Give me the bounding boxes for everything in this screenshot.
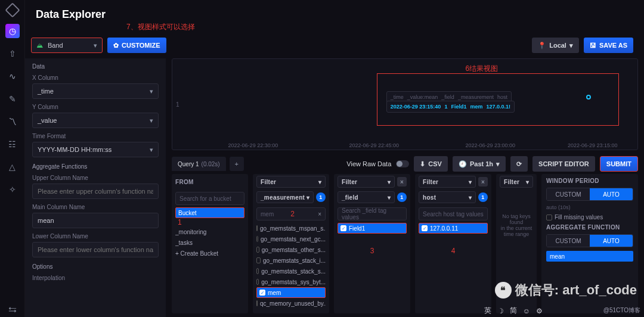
options-panel: Data X Column _time▾ Y Column _value▾ Ti… bbox=[25, 58, 166, 317]
customize-button[interactable]: ✿ CUSTOMIZE bbox=[107, 38, 166, 53]
aggfn-custom[interactable]: CUSTOM bbox=[547, 235, 590, 247]
bucket-row[interactable]: _tasks bbox=[175, 237, 244, 248]
smile-icon[interactable]: ☺ bbox=[523, 307, 530, 315]
filter-select[interactable]: Filter▾ bbox=[419, 176, 476, 188]
list-item-selected[interactable]: ✓127.0.0.11 bbox=[419, 223, 488, 234]
tt-v-host: 127.0.0.1! bbox=[486, 104, 510, 110]
list-item[interactable]: qc_memory_unused_by... bbox=[256, 298, 326, 309]
bucket-label: _monitoring bbox=[175, 229, 206, 235]
filter-select[interactable]: Filter▾ bbox=[256, 176, 326, 188]
nav-settings-icon[interactable]: ✧ bbox=[5, 182, 20, 197]
nav-alerts-icon[interactable]: △ bbox=[5, 160, 20, 174]
graph-type-select[interactable]: ⛰ Band ▾ bbox=[31, 38, 103, 53]
tf-value: YYYY-MM-DD HH:mm:ss bbox=[38, 146, 112, 153]
moon-icon[interactable]: ☽ bbox=[497, 307, 504, 315]
ycol-value: _value bbox=[38, 117, 57, 124]
timerange-button[interactable]: 🕘Past 1h ▾ bbox=[453, 156, 506, 172]
tt-v-value: 1 bbox=[444, 104, 447, 110]
tf-label: Time Format bbox=[32, 133, 159, 139]
xcol-select[interactable]: _time▾ bbox=[32, 83, 159, 99]
clock-icon: 🕘 bbox=[459, 160, 467, 168]
xtick-3: 2022-06-29 23:15:00 bbox=[568, 142, 618, 148]
nav-explore-icon[interactable]: ∿ bbox=[5, 69, 20, 83]
upper-input-field[interactable] bbox=[38, 188, 153, 195]
list-item-selected[interactable]: ✓mem bbox=[256, 287, 326, 298]
system-tray: 英 ☽ 简 ☺ ⚙ bbox=[484, 306, 543, 316]
view-raw-label: View Raw Data bbox=[346, 160, 391, 167]
from-search[interactable]: Search for a bucket bbox=[175, 192, 244, 205]
view-raw-toggle[interactable] bbox=[396, 160, 409, 167]
filter-key-select[interactable]: _measurement▾ bbox=[256, 191, 314, 203]
tt-h-value: _value:mean bbox=[407, 94, 438, 100]
xtick-2: 2022-06-29 23:00:00 bbox=[465, 142, 515, 148]
timezone-button[interactable]: 📍 Local ▾ bbox=[532, 38, 579, 53]
interp-label: Interpolation bbox=[32, 275, 159, 281]
chart-area[interactable]: 1 6结果视图 _time _value:mean _field _measur… bbox=[172, 58, 638, 150]
list-item[interactable]: go_memstats_sys_byt... bbox=[256, 276, 326, 287]
create-bucket-row[interactable]: + Create Bucket bbox=[175, 248, 244, 259]
filter-search-value: mem bbox=[261, 211, 274, 217]
filter-search[interactable]: mem2× bbox=[256, 207, 326, 220]
window-segmented[interactable]: CUSTOM AUTO bbox=[546, 188, 633, 201]
upper-label: Upper Column Name bbox=[32, 175, 159, 181]
filter-search[interactable]: Search host tag values bbox=[419, 207, 488, 220]
refresh-button[interactable]: ⟳ bbox=[510, 156, 528, 172]
nav-upload-icon[interactable]: ⇧ bbox=[5, 46, 20, 61]
ime-mode[interactable]: 简 bbox=[510, 306, 517, 316]
nav-tasks-icon[interactable]: ☷ bbox=[5, 137, 20, 151]
ime-lang[interactable]: 英 bbox=[484, 306, 491, 316]
bucket-row[interactable]: _monitoring bbox=[175, 226, 244, 237]
nav-note-icon[interactable]: ✎ bbox=[5, 92, 20, 106]
filter-search-ph: Search _field tag values bbox=[342, 207, 402, 220]
filter-key-select[interactable]: _field▾ bbox=[338, 191, 395, 203]
nav-dashboard-icon[interactable]: 〽 bbox=[5, 114, 20, 129]
fill-label: Fill missing values bbox=[555, 214, 603, 220]
aggfn-segmented[interactable]: CUSTOM AUTO bbox=[546, 234, 633, 247]
csv-button[interactable]: ⬇CSV bbox=[414, 156, 448, 172]
filter-search[interactable]: Search _field tag values bbox=[338, 207, 407, 220]
logo-icon bbox=[5, 2, 20, 17]
list-item[interactable]: go_memstats_stack_s... bbox=[256, 266, 326, 276]
filter-select[interactable]: Filter▾ bbox=[500, 176, 533, 188]
window-custom[interactable]: CUSTOM bbox=[547, 188, 590, 200]
caret-down-icon: ▾ bbox=[569, 42, 573, 49]
main-input[interactable]: mean bbox=[32, 213, 159, 228]
submit-button[interactable]: SUBMIT bbox=[600, 156, 638, 172]
aggfn-auto[interactable]: AUTO bbox=[590, 235, 633, 247]
nav-home-icon[interactable]: ◷ bbox=[5, 24, 20, 38]
query-bar: Query 1 (0.02s) + View Raw Data ⬇CSV 🕘Pa… bbox=[166, 154, 644, 174]
list-item[interactable]: go_memstats_other_s... bbox=[256, 244, 326, 255]
save-as-button[interactable]: 🖫 SAVE AS bbox=[584, 38, 633, 53]
filter-remove-button[interactable]: × bbox=[397, 177, 407, 187]
tt-h-meas: _measurement bbox=[458, 94, 494, 100]
customize-label: CUSTOMIZE bbox=[122, 42, 160, 49]
fill-missing-row[interactable]: Fill missing values bbox=[546, 214, 633, 220]
list-item[interactable]: go_memstats_next_gc... bbox=[256, 234, 326, 244]
timeformat-select[interactable]: YYYY-MM-DD HH:mm:ss▾ bbox=[32, 142, 159, 157]
tt-h-field: _field bbox=[441, 94, 454, 100]
filter-select[interactable]: Filter▾ bbox=[338, 176, 395, 188]
download-icon: ⬇ bbox=[420, 160, 425, 168]
ycol-select[interactable]: _value▾ bbox=[32, 113, 159, 128]
query-tab[interactable]: Query 1 (0.02s) bbox=[172, 157, 226, 171]
filter-remove-button[interactable]: × bbox=[478, 177, 488, 187]
window-auto[interactable]: AUTO bbox=[590, 188, 633, 200]
list-item-selected[interactable]: ✓Field1 bbox=[338, 223, 407, 234]
filter-title: Filter bbox=[423, 179, 438, 185]
list-item[interactable]: go_memstats_stack_i... bbox=[256, 255, 326, 266]
upper-input[interactable] bbox=[32, 184, 159, 199]
save-as-label: SAVE AS bbox=[599, 42, 627, 49]
list-item[interactable]: go_memstats_mspan_s... bbox=[256, 223, 326, 234]
tt-h-time: _time bbox=[391, 94, 404, 100]
script-editor-button[interactable]: SCRIPT EDITOR bbox=[532, 156, 595, 172]
lower-input[interactable] bbox=[32, 242, 159, 257]
lower-input-field[interactable] bbox=[38, 246, 153, 253]
add-query-button[interactable]: + bbox=[230, 157, 244, 171]
builder-filter-column-empty: Filter▾ No tag keys found in the current… bbox=[496, 174, 537, 313]
builder-filter-column: Filter▾ × host▾ 1 Search host tag values… bbox=[415, 174, 491, 313]
bucket-row-selected[interactable]: Bucket bbox=[175, 207, 244, 218]
nav-collapse-icon[interactable]: ⮀ bbox=[5, 303, 20, 317]
filter-key-select[interactable]: host▾ bbox=[419, 191, 476, 203]
agg-mean-row[interactable]: mean bbox=[546, 251, 633, 262]
settings-icon[interactable]: ⚙ bbox=[536, 307, 543, 315]
